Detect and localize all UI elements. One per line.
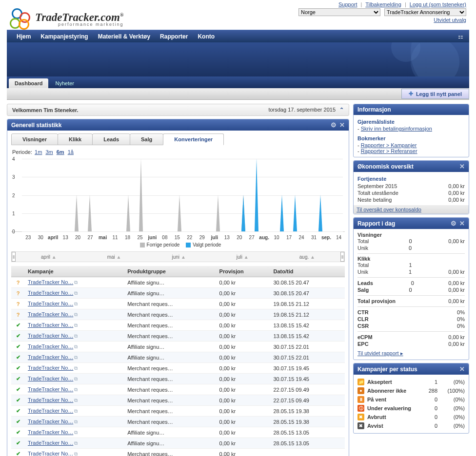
external-icon[interactable]: ⧉ bbox=[74, 387, 78, 392]
link-kampanje[interactable]: TradeTracker No… bbox=[28, 354, 73, 360]
timeline-slider[interactable]: || april ▲mai ▲juni ▲juli ▲aug. ▲ || bbox=[11, 251, 345, 262]
gear-icon[interactable]: ⚙ bbox=[331, 121, 337, 129]
link-feedback[interactable]: Tilbakemelding bbox=[365, 1, 401, 7]
nav-materiell[interactable]: Materiell & Verktøy bbox=[93, 33, 155, 40]
link-kampanje[interactable]: TradeTracker No… bbox=[28, 376, 73, 381]
external-icon[interactable]: ⧉ bbox=[74, 344, 78, 349]
table-row[interactable]: ✔TradeTracker No…⧉Merchant reques…0,00 k… bbox=[11, 320, 345, 331]
status-row[interactable]: ●Abonnerer ikke288(100%) bbox=[357, 386, 465, 395]
link-utvidet-utvalg[interactable]: Utvidet utvalg bbox=[434, 17, 466, 23]
link-kampanje[interactable]: TradeTracker No… bbox=[28, 365, 73, 371]
external-icon[interactable]: ⧉ bbox=[74, 290, 78, 296]
link-kampanje[interactable]: TradeTracker No… bbox=[28, 451, 73, 456]
external-icon[interactable]: ⧉ bbox=[74, 398, 78, 403]
table-row[interactable]: ✔TradeTracker No…⧉Merchant reques…0,00 k… bbox=[11, 406, 345, 417]
external-icon[interactable]: ⧉ bbox=[74, 355, 78, 360]
stats-tab-visninger[interactable]: Visninger bbox=[11, 133, 58, 145]
logo[interactable]: TradeTracker.com® performance marketing bbox=[10, 8, 123, 30]
link-kontosaldo[interactable]: Til oversikt over kontosaldo bbox=[357, 207, 421, 212]
period-1m[interactable]: 1m bbox=[35, 149, 42, 155]
table-row[interactable]: ✔TradeTracker No…⧉Affiliate signu…0,00 k… bbox=[11, 427, 345, 438]
link-logout[interactable]: Logg ut (som tsteneker) bbox=[410, 1, 466, 7]
table-row[interactable]: ✔TradeTracker No…⧉Merchant reques…0,00 k… bbox=[11, 417, 345, 427]
status-row[interactable]: 📁Akseptert1(0%) bbox=[357, 378, 465, 386]
link-kampanje[interactable]: TradeTracker No… bbox=[28, 418, 73, 424]
status-row[interactable]: ✖Avvist0(0%) bbox=[357, 421, 465, 430]
external-icon[interactable]: ⧉ bbox=[74, 430, 78, 435]
link-rapporter-kampanjer[interactable]: Rapporter > Kampanjer bbox=[361, 142, 417, 148]
external-icon[interactable]: ⧉ bbox=[74, 408, 78, 414]
nav-konto[interactable]: Konto bbox=[193, 33, 219, 40]
external-icon[interactable]: ⧉ bbox=[74, 301, 78, 306]
stats-tab-leads[interactable]: Leads bbox=[92, 133, 130, 145]
external-icon[interactable]: ⧉ bbox=[74, 280, 78, 285]
external-icon[interactable]: ⧉ bbox=[74, 376, 78, 381]
country-select[interactable]: Norge bbox=[298, 8, 380, 16]
link-support[interactable]: Support bbox=[338, 1, 357, 7]
slider-handle-right[interactable]: || bbox=[340, 252, 344, 262]
link-utvidet-rapport[interactable]: Til utvidet rapport ▸ bbox=[357, 350, 403, 356]
external-icon[interactable]: ⧉ bbox=[74, 451, 78, 456]
th-datotid[interactable]: Dato/tid bbox=[270, 266, 345, 277]
table-row[interactable]: ✔TradeTracker No…⧉Merchant reques…0,00 k… bbox=[11, 384, 345, 395]
table-row[interactable]: ✔TradeTracker No…⧉Affiliate signu…0,00 k… bbox=[11, 352, 345, 363]
period-3m[interactable]: 3m bbox=[45, 149, 53, 155]
tab-dashboard[interactable]: Dashboard bbox=[9, 78, 48, 88]
link-kampanje[interactable]: TradeTracker No… bbox=[28, 343, 73, 349]
table-row[interactable]: ✔TradeTracker No…⧉Affiliate signu…0,00 k… bbox=[11, 342, 345, 352]
table-row[interactable]: ✔TradeTracker No…⧉Merchant reques…0,00 k… bbox=[11, 395, 345, 406]
status-row[interactable]: ✖Avbrutt0(0%) bbox=[357, 413, 465, 421]
link-kampanje[interactable]: TradeTracker No… bbox=[28, 301, 73, 306]
external-icon[interactable]: ⧉ bbox=[74, 440, 78, 446]
link-kampanje[interactable]: TradeTracker No… bbox=[28, 333, 73, 339]
close-icon[interactable]: ✕ bbox=[459, 220, 465, 227]
period-6m[interactable]: 6m bbox=[57, 149, 64, 155]
close-icon[interactable]: ✕ bbox=[339, 121, 345, 129]
link-kampanje[interactable]: TradeTracker No… bbox=[28, 322, 73, 328]
th-kampanje[interactable]: Kampanje bbox=[25, 266, 124, 277]
nav-kampanjestyring[interactable]: Kampanjestyring bbox=[36, 33, 93, 40]
nav-rapporter[interactable]: Rapporter bbox=[155, 33, 193, 40]
status-row[interactable]: ⓘUnder evaluering0(0%) bbox=[357, 404, 465, 413]
close-icon[interactable]: ✕ bbox=[459, 163, 465, 170]
add-panel-button[interactable]: ✚ Legg til nytt panel bbox=[401, 89, 469, 99]
table-row[interactable]: ?TradeTracker No…⧉Merchant reques…0,00 k… bbox=[11, 309, 345, 320]
gear-icon[interactable]: ⚙ bbox=[451, 220, 456, 227]
sitemap-icon[interactable]: ⚏ bbox=[458, 33, 463, 40]
link-betalingsinfo[interactable]: Skriv inn betalingsinformasjon bbox=[361, 126, 432, 132]
table-row[interactable]: ✔TradeTracker No…⧉Affiliate signu…0,00 k… bbox=[11, 438, 345, 449]
stats-tab-konverteringer[interactable]: Konverteringer bbox=[163, 133, 224, 145]
table-row[interactable]: ?TradeTracker No…⧉Affiliate signu…0,00 k… bbox=[11, 288, 345, 299]
link-kampanje[interactable]: TradeTracker No… bbox=[28, 397, 73, 403]
th-produktgruppe[interactable]: Produktgruppe bbox=[124, 266, 216, 277]
table-row[interactable]: ✔TradeTracker No…⧉Merchant reques…0,00 k… bbox=[11, 331, 345, 342]
table-row[interactable]: ?TradeTracker No…⧉Affiliate signu…0,00 k… bbox=[11, 277, 345, 288]
link-kampanje[interactable]: TradeTracker No… bbox=[28, 429, 73, 435]
slider-handle-left[interactable]: || bbox=[12, 252, 16, 262]
link-kampanje[interactable]: TradeTracker No… bbox=[28, 279, 73, 285]
product-select[interactable]: TradeTracker Annonsering bbox=[384, 8, 466, 16]
stats-tab-klikk[interactable]: Klikk bbox=[58, 133, 93, 145]
external-icon[interactable]: ⧉ bbox=[74, 333, 78, 339]
link-kampanje[interactable]: TradeTracker No… bbox=[28, 440, 73, 446]
link-kampanje[interactable]: TradeTracker No… bbox=[28, 386, 73, 392]
table-row[interactable]: ✔TradeTracker No…⧉Merchant reques…0,00 k… bbox=[11, 374, 345, 384]
table-row[interactable]: ?TradeTracker No…⧉Merchant reques…0,00 k… bbox=[11, 299, 345, 309]
period-1å[interactable]: 1å bbox=[68, 149, 74, 155]
close-icon[interactable]: ✕ bbox=[459, 365, 465, 373]
table-row[interactable]: ✔TradeTracker No…⧉Merchant reques…0,00 k… bbox=[11, 363, 345, 374]
link-rapporter-referanser[interactable]: Rapporter > Referanser bbox=[361, 148, 417, 154]
chevron-up-icon[interactable]: ⌃ bbox=[339, 107, 344, 113]
external-icon[interactable]: ⧉ bbox=[74, 312, 78, 317]
link-kampanje[interactable]: TradeTracker No… bbox=[28, 408, 73, 414]
stats-tab-salg[interactable]: Salg bbox=[130, 133, 163, 145]
external-icon[interactable]: ⧉ bbox=[74, 419, 78, 424]
link-kampanje[interactable]: TradeTracker No… bbox=[28, 290, 73, 296]
tab-nyheter[interactable]: Nyheter bbox=[49, 78, 80, 88]
th-provisjon[interactable]: Provisjon bbox=[217, 266, 271, 277]
table-row[interactable]: ✔TradeTracker No…⧉Merchant reques…0,00 k… bbox=[11, 449, 345, 456]
status-row[interactable]: ⏸På vent0(0%) bbox=[357, 395, 465, 404]
link-kampanje[interactable]: TradeTracker No… bbox=[28, 311, 73, 317]
external-icon[interactable]: ⧉ bbox=[74, 323, 78, 328]
external-icon[interactable]: ⧉ bbox=[74, 365, 78, 371]
